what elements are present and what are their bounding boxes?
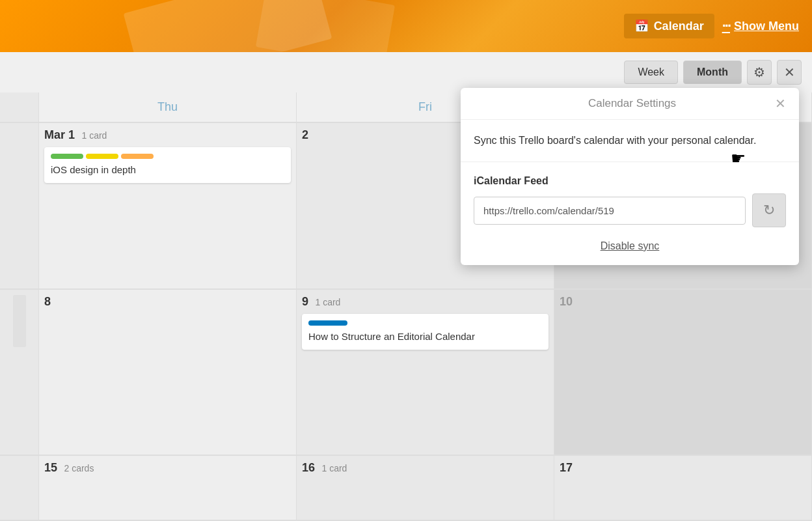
week-row-2: 8 9 1 card How to Structure an Editorial… xyxy=(0,290,812,457)
day-10[interactable]: 10 xyxy=(554,290,812,456)
close-button[interactable]: ✕ xyxy=(777,60,802,85)
day-15[interactable]: 15 2 cards xyxy=(39,456,297,520)
day-8[interactable]: 8 xyxy=(39,290,297,456)
green-label xyxy=(51,154,83,159)
card-title: iOS design in depth xyxy=(51,163,284,176)
day-9[interactable]: 9 1 card How to Structure an Editorial C… xyxy=(297,290,554,456)
settings-button[interactable]: ⚙ xyxy=(747,60,772,85)
calendar-area: Week Month ⚙ ✕ Thu Fri Mar 1 1 card iOS … xyxy=(0,52,812,521)
day-number: 9 xyxy=(302,295,308,308)
dots-icon: ··· xyxy=(722,18,730,35)
day-number: 10 xyxy=(560,295,573,308)
day-number: 15 xyxy=(44,461,57,474)
day-mar1[interactable]: Mar 1 1 card iOS design in depth xyxy=(39,123,297,289)
popup-description: Sync this Trello board's calendar with y… xyxy=(474,133,786,148)
blue-label xyxy=(308,320,347,326)
calendar-settings-popup: Calendar Settings ✕ Sync this Trello boa… xyxy=(461,88,799,265)
card-count: 1 card xyxy=(315,297,340,307)
calendar-label: Calendar xyxy=(654,20,704,33)
day-16[interactable]: 16 1 card xyxy=(297,456,554,520)
card-title: How to Structure an Editorial Calendar xyxy=(308,330,542,343)
card-count: 2 cards xyxy=(64,463,94,473)
label-row xyxy=(51,154,284,159)
popup-header: Calendar Settings ✕ xyxy=(461,88,799,120)
label-row xyxy=(308,320,542,326)
card-count: 1 card xyxy=(321,463,347,473)
week-view-button[interactable]: Week xyxy=(624,61,678,84)
week-number-3 xyxy=(0,456,39,520)
feed-url-input[interactable] xyxy=(474,197,746,225)
show-menu-button[interactable]: ··· Show Menu xyxy=(722,18,799,35)
day-number: 16 xyxy=(302,461,315,474)
day-number: Mar 1 xyxy=(44,128,75,141)
day-17[interactable]: 17 xyxy=(554,456,812,520)
refresh-button[interactable]: ↻ xyxy=(752,193,786,227)
feed-label: iCalendar Feed xyxy=(474,175,786,187)
disable-sync-link[interactable]: Disable sync xyxy=(474,240,786,252)
orange-label xyxy=(121,154,154,159)
cal-card[interactable]: How to Structure an Editorial Calendar xyxy=(302,314,548,350)
app-header: 📅 Calendar ··· Show Menu xyxy=(0,0,812,52)
popup-close-button[interactable]: ✕ xyxy=(775,97,786,110)
view-toolbar: Week Month ⚙ ✕ xyxy=(0,52,812,92)
show-menu-label: Show Menu xyxy=(734,20,799,33)
week-col-header xyxy=(0,92,39,122)
day-number: 17 xyxy=(560,461,573,474)
calendar-icon: 📅 xyxy=(634,19,649,33)
popup-body: Sync this Trello board's calendar with y… xyxy=(461,120,799,265)
cal-card[interactable]: iOS design in depth xyxy=(44,147,291,183)
day-number: 2 xyxy=(302,128,308,141)
week-number-1 xyxy=(0,123,39,289)
week-row-3: 15 2 cards 16 1 card 17 xyxy=(0,456,812,521)
month-view-button[interactable]: Month xyxy=(683,61,742,84)
day-number: 8 xyxy=(44,295,51,308)
yellow-label xyxy=(86,154,118,159)
week-number-2 xyxy=(0,290,39,456)
feed-row: ↻ xyxy=(474,193,786,227)
thursday-header: Thu xyxy=(39,92,297,122)
card-count: 1 card xyxy=(81,130,107,141)
calendar-button[interactable]: 📅 Calendar xyxy=(624,14,714,38)
popup-title: Calendar Settings xyxy=(489,97,775,110)
